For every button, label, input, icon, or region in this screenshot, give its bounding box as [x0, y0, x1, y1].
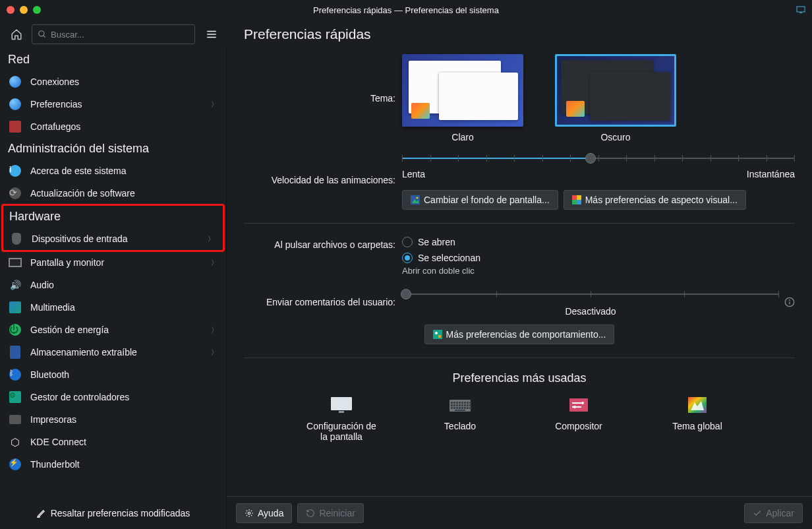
- radio-select-label: Se seleccionan: [418, 253, 480, 263]
- printer-icon: [8, 412, 22, 427]
- main-panel: Tema: Claro: [227, 49, 812, 529]
- change-wallpaper-button[interactable]: Cambiar el fondo de pantalla...: [402, 190, 558, 210]
- sidebar-item-input-devices[interactable]: Dispositivos de entrada〉: [3, 228, 223, 250]
- more-behaviour-label: Más preferencias de comportamiento...: [446, 329, 606, 340]
- svg-rect-31: [469, 402, 471, 404]
- sidebar-item-firewall[interactable]: Cortafuegos: [0, 115, 226, 138]
- tray-indicator-icon[interactable]: [796, 6, 805, 14]
- sidebar-item-display[interactable]: Pantalla y monitor〉: [0, 251, 226, 274]
- maximize-window-button[interactable]: [33, 6, 41, 14]
- most-used-title: Preferencias más usadas: [244, 371, 795, 385]
- most-used-label: Tema global: [672, 421, 722, 431]
- svg-rect-27: [459, 402, 461, 404]
- more-behaviour-prefs-button[interactable]: Más preferencias de comportamiento...: [424, 325, 615, 344]
- sidebar-item-drivers[interactable]: ⚙Gestor de controladores: [0, 386, 226, 408]
- double-click-hint: Abrir con doble clic: [402, 266, 795, 276]
- sidebar-item-label: Pantalla y monitor: [30, 257, 203, 268]
- svg-point-53: [573, 406, 576, 408]
- reset-label: Reiniciar: [319, 508, 355, 518]
- home-button[interactable]: [7, 24, 26, 44]
- svg-rect-14: [577, 200, 581, 204]
- help-button[interactable]: Ayuda: [236, 503, 292, 523]
- most-used-global-theme[interactable]: Tema global: [661, 396, 734, 442]
- close-window-button[interactable]: [7, 6, 14, 14]
- most-used-label: Configuración de la pantalla: [305, 421, 378, 442]
- most-used-label: Compositor: [555, 421, 602, 431]
- svg-rect-42: [456, 407, 458, 409]
- animation-speed-slider[interactable]: [402, 152, 795, 165]
- search-icon: [38, 30, 47, 39]
- wallpaper-icon: [411, 195, 420, 204]
- svg-rect-24: [451, 402, 453, 404]
- sidebar-item-audio[interactable]: 🔊Audio: [0, 274, 226, 296]
- sidebar-item-updates[interactable]: ⟳Actualización de software: [0, 182, 226, 204]
- info-icon: i: [8, 164, 22, 178]
- svg-point-55: [248, 512, 250, 514]
- info-icon[interactable]: [784, 297, 795, 307]
- sidebar-item-label: Thunderbolt: [30, 459, 218, 470]
- sidebar-highlight: HardwareDispositivos de entrada〉: [1, 204, 225, 252]
- sidebar-item-power[interactable]: ⏻Gestión de energía〉: [0, 319, 226, 341]
- chevron-right-icon: 〉: [211, 348, 218, 358]
- sidebar-item-label: Multimedia: [30, 302, 218, 313]
- sidebar-item-kdeconnect[interactable]: ⬡KDE Connect: [0, 431, 226, 453]
- chevron-right-icon: 〉: [211, 100, 218, 109]
- svg-rect-35: [459, 404, 461, 406]
- chevron-right-icon: 〉: [208, 234, 215, 244]
- most-used-display-config[interactable]: Configuración de la pantalla: [305, 396, 378, 442]
- sidebar-item-label: Almacenamiento extraíble: [30, 347, 203, 358]
- sidebar-item-net-prefs[interactable]: Preferencias〉: [0, 93, 226, 115]
- svg-point-17: [790, 300, 790, 301]
- highlight-modified-button[interactable]: Resaltar preferencias modificadas: [30, 504, 197, 522]
- most-used-compositor[interactable]: Compositor: [542, 396, 615, 442]
- radio-open[interactable]: Se abren: [402, 237, 795, 247]
- sidebar-item-label: Cortafuegos: [30, 121, 218, 132]
- radio-open-label: Se abren: [418, 237, 455, 247]
- sidebar-item-label: Actualización de software: [30, 188, 218, 199]
- sidebar-item-label: Audio: [30, 280, 218, 290]
- sidebar-item-connections[interactable]: Conexiones: [0, 71, 226, 93]
- radio-select[interactable]: Se seleccionan: [402, 253, 795, 263]
- power-icon: ⏻: [8, 323, 22, 337]
- check-icon: [753, 509, 762, 518]
- minimize-window-button[interactable]: [20, 6, 28, 14]
- feedback-slider[interactable]: [402, 288, 779, 301]
- theme-option-light[interactable]: Claro: [402, 54, 523, 142]
- feedback-status: Desactivado: [402, 306, 779, 317]
- footer: Ayuda Reiniciar Aplicar: [227, 496, 812, 529]
- toolbar: Preferencias rápidas: [0, 20, 812, 49]
- window-controls: [7, 6, 41, 14]
- mouse-icon: [9, 232, 24, 246]
- more-visual-prefs-button[interactable]: Más preferencias de aspecto visual...: [564, 190, 746, 210]
- sidebar-item-label: Impresoras: [30, 414, 218, 425]
- sidebar-item-multimedia[interactable]: Multimedia: [0, 296, 226, 319]
- most-used-keyboard[interactable]: Teclado: [424, 396, 496, 442]
- sidebar-item-bluetooth[interactable]: ᛒBluetooth: [0, 363, 226, 386]
- theme-option-dark[interactable]: Oscuro: [555, 54, 676, 142]
- sidebar-item-storage[interactable]: Almacenamiento extraíble〉: [0, 341, 226, 363]
- firewall-icon: [8, 119, 22, 134]
- monitor-icon: [330, 396, 353, 414]
- menu-button[interactable]: [202, 24, 221, 44]
- theme-label: Tema:: [244, 93, 402, 104]
- titlebar: Preferencias rápidas — Preferencias del …: [0, 0, 812, 20]
- svg-rect-49: [569, 398, 588, 412]
- search-input[interactable]: [51, 30, 189, 40]
- svg-rect-44: [461, 407, 463, 409]
- theme-thumb-light: [402, 54, 523, 127]
- apply-label: Aplicar: [766, 508, 794, 518]
- chevron-right-icon: 〉: [211, 325, 218, 335]
- keyboard-icon: [448, 396, 472, 414]
- search-field[interactable]: [32, 24, 195, 44]
- sidebar-item-thunderbolt[interactable]: ⚡Thunderbolt: [0, 453, 226, 476]
- apply-button: Aplicar: [744, 503, 803, 523]
- svg-rect-29: [464, 402, 466, 404]
- kdeconnect-icon: ⬡: [8, 435, 22, 449]
- media-icon: [8, 300, 22, 315]
- svg-rect-34: [456, 404, 458, 406]
- sidebar-item-about[interactable]: iAcerca de este sistema: [0, 160, 226, 182]
- sidebar-item-printers[interactable]: Impresoras: [0, 408, 226, 431]
- reset-button: Reiniciar: [297, 503, 363, 523]
- animation-speed-label: Velocidad de las animaciones:: [244, 175, 402, 185]
- svg-rect-39: [469, 404, 471, 406]
